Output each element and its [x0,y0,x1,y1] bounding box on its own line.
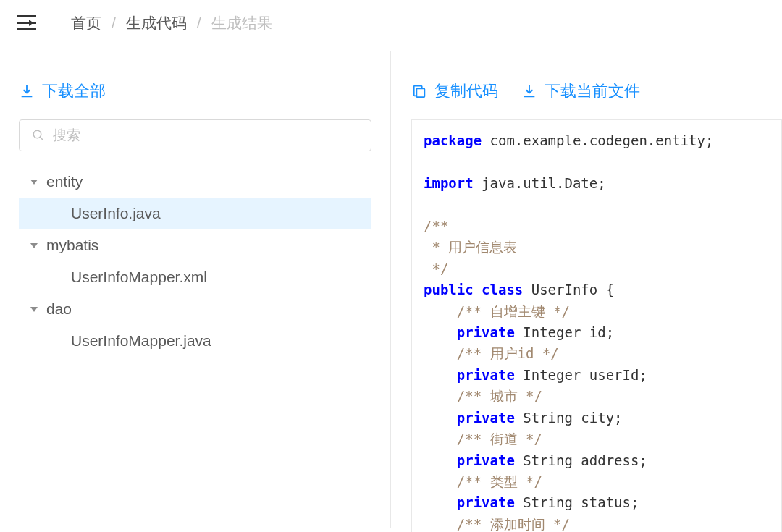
code-keyword: private [457,410,515,426]
header: 首页 / 生成代码 / 生成结果 [0,0,782,51]
code-text [424,494,457,510]
code-text [424,367,457,383]
tree-file[interactable]: UserInfo.java [19,198,371,229]
code-keyword: private [457,494,515,510]
svg-point-4 [33,130,41,138]
search-icon [32,129,45,142]
breadcrumb-item-current: 生成结果 [211,13,272,33]
menu-toggle-button[interactable] [17,15,36,31]
tree-file[interactable]: UserInfoMapper.java [19,325,371,357]
tree-folder[interactable]: mybatis [19,229,371,261]
code-text: UserInfo { [523,282,614,297]
code-text: String address; [515,452,647,468]
download-all-button[interactable]: 下载全部 [19,80,106,102]
right-panel: 复制代码 下载当前文件 package com.example.codegen.… [391,51,782,528]
code-keyword: package [424,132,482,148]
code-text [424,324,457,340]
code-text [424,410,457,426]
tree-folder[interactable]: dao [19,293,371,325]
code-keyword: private [457,367,515,383]
code-text: String city; [515,410,623,426]
menu-icon [17,15,36,31]
code-keyword: private [457,452,515,468]
tree-folder[interactable]: entity [19,166,371,198]
svg-marker-2 [29,20,33,26]
file-tree: entityUserInfo.javamybatisUserInfoMapper… [19,166,371,357]
code-text: String status; [515,494,639,510]
left-panel: 下载全部 entityUserInfo.javamybatisUserInfoM… [0,51,391,528]
code-text: Integer userId; [515,367,647,383]
right-actions: 复制代码 下载当前文件 [411,80,782,102]
copy-icon [411,83,427,99]
code-comment: /** 添加时间 */ [424,516,570,532]
code-text [474,282,482,297]
svg-rect-1 [17,22,36,24]
code-comment: /** 街道 */ [424,431,542,447]
code-keyword: import [424,175,474,191]
download-icon [521,83,537,99]
code-comment: /** 类型 */ [424,473,542,489]
caret-down-icon [30,180,38,185]
caret-down-icon [30,243,38,248]
content: 下载全部 entityUserInfo.javamybatisUserInfoM… [0,51,782,528]
code-keyword: private [457,324,515,340]
code-comment: /** 用户id */ [424,345,559,361]
download-all-label: 下载全部 [42,80,106,102]
download-icon [19,83,35,99]
breadcrumb-separator: / [197,14,201,32]
download-current-label: 下载当前文件 [545,80,640,102]
code-keyword: public [424,282,474,297]
download-current-button[interactable]: 下载当前文件 [521,80,640,102]
copy-code-label: 复制代码 [434,80,498,102]
tree-folder-label: entity [46,173,83,190]
code-text: java.util.Date; [474,175,606,191]
tree-file[interactable]: UserInfoMapper.xml [19,261,371,293]
code-text: com.example.codegen.entity; [482,132,713,148]
left-actions: 下载全部 [19,80,371,102]
code-text [424,452,457,468]
code-text: Integer id; [515,324,614,340]
search-input[interactable] [19,119,371,151]
search-wrapper [19,119,371,151]
breadcrumb: 首页 / 生成代码 / 生成结果 [71,13,272,33]
svg-rect-3 [17,28,36,30]
tree-folder-label: dao [46,300,72,318]
breadcrumb-item-home[interactable]: 首页 [71,13,101,33]
breadcrumb-item-generate[interactable]: 生成代码 [126,13,187,33]
svg-rect-6 [416,88,424,97]
breadcrumb-separator: / [112,14,116,32]
code-comment: /** 城市 */ [424,388,542,404]
code-comment: /** * 用户信息表 */ [424,218,517,276]
copy-code-button[interactable]: 复制代码 [411,80,498,102]
caret-down-icon [30,307,38,312]
code-comment: /** 自增主键 */ [424,303,570,319]
tree-folder-label: mybatis [46,237,98,254]
code-keyword: class [482,282,523,297]
code-viewer: package com.example.codegen.entity; impo… [411,119,782,532]
svg-rect-0 [17,15,36,17]
svg-line-5 [40,137,43,140]
